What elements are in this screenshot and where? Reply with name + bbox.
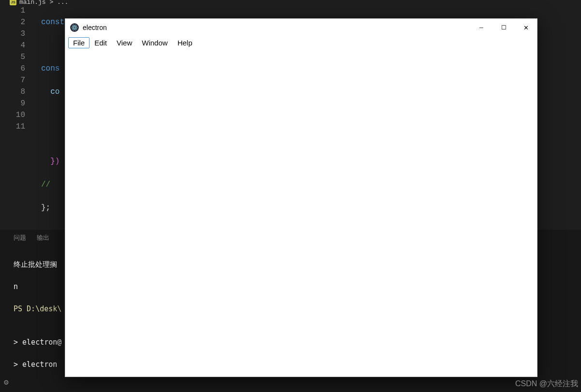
watermark: CSDN @六经注我 [515,379,578,389]
maximize-button[interactable]: ☐ [492,19,515,36]
line-number: 1 [0,5,25,16]
line-number: 3 [0,28,25,40]
window-controls: ─ ☐ ✕ [470,19,537,36]
line-number: 5 [0,51,25,63]
breadcrumb-bar: JS main.js > ... [0,0,581,4]
electron-window: electron ─ ☐ ✕ File Edit View Window Hel… [65,18,537,377]
menu-view[interactable]: View [112,37,137,48]
line-number: 8 [0,86,25,98]
line-number: 2 [0,16,25,28]
menubar: File Edit View Window Help [65,36,537,50]
line-number: 4 [0,40,25,51]
minimize-button[interactable]: ─ [470,19,492,36]
electron-icon [70,23,79,32]
menu-help[interactable]: Help [173,37,197,48]
menu-file[interactable]: File [68,37,89,48]
line-number: 6 [0,63,25,74]
line-number: 11 [0,121,25,132]
line-number: 9 [0,98,25,109]
maximize-icon: ☐ [501,24,507,31]
tab-problems[interactable]: 问题 [14,233,26,242]
minimize-icon: ─ [479,25,483,30]
line-number: 10 [0,109,25,121]
line-gutter: 1 2 3 4 5 6 7 8 9 10 11 [0,5,34,132]
window-title: electron [83,24,107,31]
menu-edit[interactable]: Edit [89,37,112,48]
tab-output[interactable]: 输出 [37,233,49,242]
gear-icon[interactable]: ⚙ [4,377,9,387]
titlebar[interactable]: electron ─ ☐ ✕ [65,19,537,36]
line-number: 7 [0,74,25,86]
close-icon: ✕ [523,24,529,31]
menu-window[interactable]: Window [137,37,172,48]
svg-point-3 [74,27,75,28]
close-button[interactable]: ✕ [515,19,537,36]
